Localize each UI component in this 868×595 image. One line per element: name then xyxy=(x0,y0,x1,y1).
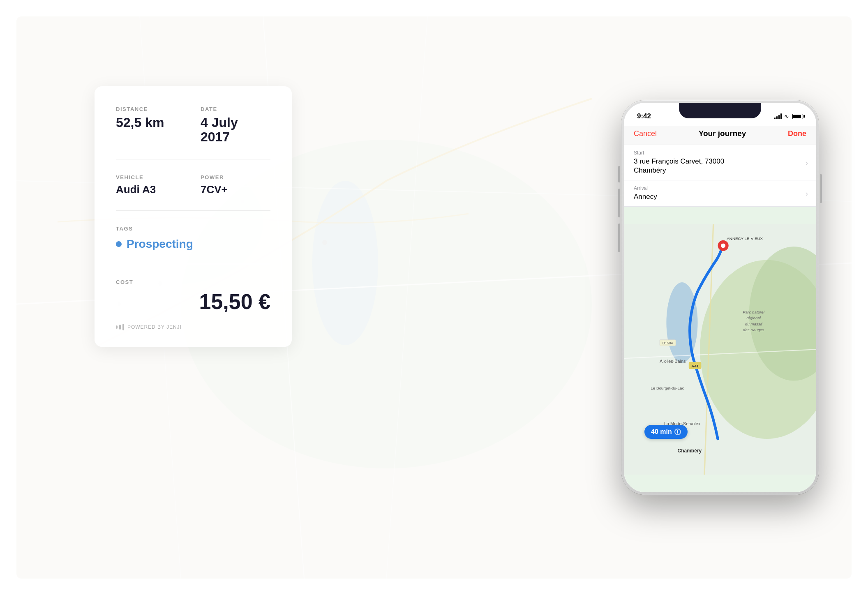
status-icons: ∿ xyxy=(774,113,803,120)
date-col: DATE 4 July 2017 xyxy=(186,106,270,144)
tag-item: Prospecting xyxy=(116,238,270,251)
date-value: 4 July 2017 xyxy=(201,115,270,144)
wifi-icon: ∿ xyxy=(784,113,789,120)
map-view: Aix-les-Bains Le Bourget-du-Lac La Motte… xyxy=(624,207,816,492)
start-value: 3 rue François Carvet, 73000Chambéry xyxy=(634,157,806,175)
power-value: 7CV+ xyxy=(201,184,270,196)
divider-2 xyxy=(116,210,270,211)
divider-1 xyxy=(116,159,270,159)
svg-text:régional: régional xyxy=(746,316,761,321)
svg-text:Le Bourget-du-Lac: Le Bourget-du-Lac xyxy=(651,386,684,391)
svg-point-3 xyxy=(312,181,378,345)
volume-up-button xyxy=(618,189,620,217)
divider-3 xyxy=(116,264,270,264)
vehicle-power-row: VEHICLE Audi A3 POWER 7CV+ xyxy=(116,174,270,196)
vehicle-col: VEHICLE Audi A3 xyxy=(116,174,186,196)
mute-button xyxy=(618,166,620,182)
cost-label: COST xyxy=(116,279,270,285)
svg-text:Chambéry: Chambéry xyxy=(678,448,702,454)
powered-by-section: POWERED BY JENJI xyxy=(116,324,270,330)
phone-map: Aix-les-Bains Le Bourget-du-Lac La Motte… xyxy=(624,207,816,492)
vehicle-value: Audi A3 xyxy=(116,184,186,196)
svg-text:ANNECY-LE-VIEUX: ANNECY-LE-VIEUX xyxy=(727,236,763,241)
cost-value: 15,50 € xyxy=(116,289,270,314)
distance-date-row: DISTANCE 52,5 km DATE 4 July 2017 xyxy=(116,106,270,144)
start-field[interactable]: Start 3 rue François Carvet, 73000Chambé… xyxy=(624,145,816,180)
tag-dot-icon xyxy=(116,241,122,247)
battery-icon xyxy=(792,114,803,119)
power-label: POWER xyxy=(201,174,270,180)
phone-container: 9:42 ∿ xyxy=(613,14,827,581)
svg-point-20 xyxy=(721,244,725,248)
phone-screen-area: 9:42 ∿ xyxy=(624,103,816,492)
arrival-label: Arrival xyxy=(634,185,806,191)
cancel-button[interactable]: Cancel xyxy=(634,129,657,138)
svg-text:D1504: D1504 xyxy=(663,341,673,346)
phone-outer-frame: 9:42 ∿ xyxy=(621,100,819,495)
info-card: DISTANCE 52,5 km DATE 4 July 2017 VEHICL… xyxy=(95,86,292,347)
vehicle-label: VEHICLE xyxy=(116,174,186,180)
svg-text:Parc naturel: Parc naturel xyxy=(743,310,765,315)
power-col: POWER 7CV+ xyxy=(186,174,270,196)
cost-section: COST 15,50 € xyxy=(116,279,270,314)
start-label: Start xyxy=(634,150,806,156)
power-button xyxy=(820,174,822,203)
duration-text: 40 min xyxy=(651,428,672,436)
arrival-field[interactable]: Arrival Annecy › xyxy=(624,180,816,207)
distance-col: DISTANCE 52,5 km xyxy=(116,106,186,144)
distance-value: 52,5 km xyxy=(116,115,186,130)
arrival-chevron-icon: › xyxy=(806,189,808,198)
phone-notch xyxy=(679,103,761,118)
svg-text:A41: A41 xyxy=(691,364,699,368)
powered-by-label: POWERED BY JENJI xyxy=(127,324,182,330)
jenji-logo-icon xyxy=(116,324,124,330)
svg-text:du massif: du massif xyxy=(745,322,763,326)
phone-navbar: Cancel Your journey Done xyxy=(624,126,816,145)
tag-prospecting: Prospecting xyxy=(127,238,193,251)
nav-title: Your journey xyxy=(699,129,746,138)
svg-text:des Bauges: des Bauges xyxy=(743,327,764,332)
tags-label: TAGS xyxy=(116,226,270,232)
route-svg: Aix-les-Bains Le Bourget-du-Lac La Motte… xyxy=(624,207,816,492)
distance-label: DISTANCE xyxy=(116,106,186,112)
start-chevron-icon: › xyxy=(806,158,808,167)
svg-point-11 xyxy=(322,240,327,245)
svg-text:Aix-les-Bains: Aix-les-Bains xyxy=(660,359,686,364)
phone-screen: Cancel Your journey Done Start 3 rue Fra… xyxy=(624,126,816,492)
status-time: 9:42 xyxy=(637,112,651,120)
done-button[interactable]: Done xyxy=(788,129,806,138)
svg-point-16 xyxy=(666,282,697,363)
signal-icon xyxy=(774,113,782,119)
tags-section: TAGS Prospecting xyxy=(116,226,270,251)
info-icon: i xyxy=(674,429,681,435)
date-label: DATE xyxy=(201,106,270,112)
volume-down-button xyxy=(618,224,620,252)
duration-badge: 40 min i xyxy=(644,425,688,439)
arrival-value: Annecy xyxy=(634,192,806,201)
